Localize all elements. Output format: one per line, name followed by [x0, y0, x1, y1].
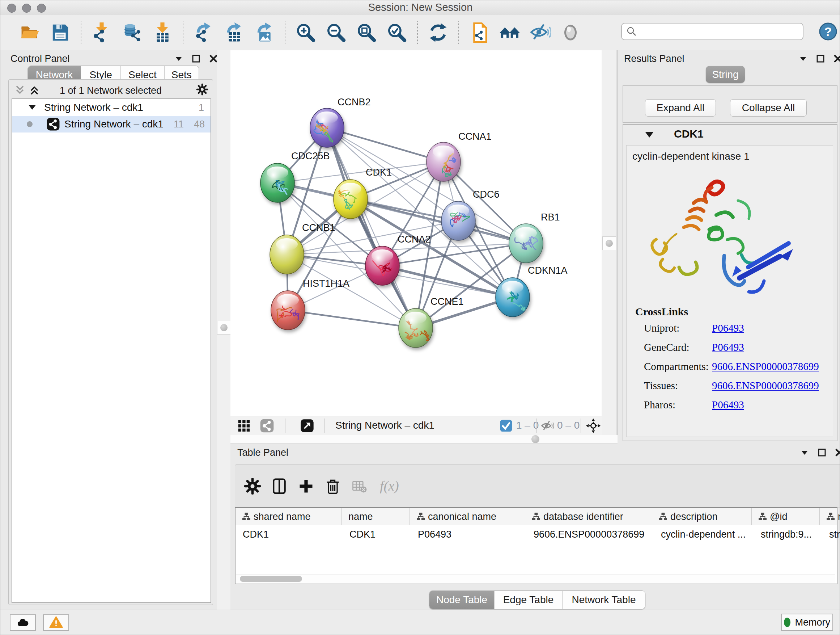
open-session-button[interactable]: [19, 22, 41, 43]
share-document-button[interactable]: [469, 22, 490, 43]
tab-network-table[interactable]: Network Table: [562, 591, 645, 609]
left-splitter-handle[interactable]: [217, 321, 231, 334]
import-table-button[interactable]: [152, 22, 173, 43]
expand-all-button[interactable]: Expand All: [645, 99, 716, 117]
network-options-gear-icon[interactable]: [196, 83, 208, 96]
import-database-button[interactable]: [122, 22, 142, 43]
tab-edge-table[interactable]: Edge Table: [494, 591, 562, 609]
network-node-HIST1H1A[interactable]: [271, 291, 305, 330]
network-collection-row[interactable]: String Network – cdk1 1: [12, 99, 210, 116]
table-settings-button[interactable]: [244, 478, 261, 495]
network-node-CDC6[interactable]: [441, 201, 475, 241]
warning-button[interactable]: [43, 614, 69, 631]
network-canvas[interactable]: CCNB2CCNA1CDC25BCDK1CDC6RB1CCNB1CCNA2CDK…: [231, 50, 602, 416]
edge-CCNB2-CCNA1[interactable]: [327, 128, 444, 162]
show-eye-button[interactable]: [560, 22, 581, 43]
hide-eye-button[interactable]: [530, 22, 551, 43]
horizontal-splitter[interactable]: [231, 435, 617, 443]
tab-node-table[interactable]: Node Table: [429, 591, 494, 609]
help-button[interactable]: ?: [819, 22, 837, 41]
zoom-selected-button[interactable]: [386, 22, 407, 43]
horizontal-splitter-handle[interactable]: [531, 435, 539, 443]
network-node-CCNB2[interactable]: [310, 108, 344, 147]
table-row[interactable]: CDK1CDK1P064939606.ENSP00000378699cyclin…: [235, 525, 837, 543]
refresh-view-button[interactable]: [428, 22, 448, 43]
table-cell[interactable]: CDK1: [235, 525, 342, 543]
birds-eye-view-icon[interactable]: [237, 418, 251, 433]
crosslink-link[interactable]: P06493: [712, 399, 744, 411]
crosslink-link[interactable]: P06493: [712, 322, 744, 334]
gene-collapse-icon[interactable]: [644, 131, 654, 140]
column-header-database-identifier[interactable]: database identifier: [525, 508, 652, 525]
table-cell[interactable]: 9606.ENSP00000378699: [526, 525, 654, 543]
collapse-panel-icon[interactable]: [800, 448, 809, 457]
close-panel-icon[interactable]: [833, 54, 840, 63]
table-horizontal-scrollbar[interactable]: [236, 575, 835, 583]
table-cell[interactable]: CDK1: [342, 525, 411, 543]
zoom-fit-button[interactable]: [356, 22, 377, 43]
export-table-button[interactable]: [224, 22, 245, 43]
pan-crosshair-icon[interactable]: [586, 418, 601, 433]
edge-HIST1H1A-CCNE1[interactable]: [288, 310, 416, 328]
column-header-description[interactable]: description: [652, 508, 752, 525]
edge-CCNB2-CCNE1[interactable]: [327, 128, 416, 328]
gene-section-header[interactable]: CDK1: [623, 125, 837, 144]
float-panel-icon[interactable]: [817, 448, 827, 457]
show-columns-button[interactable]: [271, 478, 288, 495]
float-panel-icon[interactable]: [191, 54, 201, 63]
hidden-eye-icon[interactable]: [540, 418, 554, 433]
close-panel-icon[interactable]: [835, 448, 840, 457]
tree-collapse-icon[interactable]: [27, 102, 38, 113]
table-cell[interactable]: stringdb:9...: [753, 525, 822, 543]
scrollbar-thumb[interactable]: [240, 576, 302, 582]
network-node-CCNA2[interactable]: [365, 246, 399, 285]
network-graph[interactable]: CCNB2CCNA1CDC25BCDK1CDC6RB1CCNB1CCNA2CDK…: [231, 50, 602, 416]
crosslink-link[interactable]: P06493: [712, 341, 744, 353]
memory-button[interactable]: Memory: [781, 614, 833, 631]
table-cell[interactable]: P06493: [411, 525, 526, 543]
tab-string[interactable]: String: [706, 66, 745, 83]
delete-column-button[interactable]: [324, 478, 341, 495]
network-node-CDKN1A[interactable]: [496, 278, 530, 317]
hidden-count: 0 – 0: [557, 420, 579, 431]
network-node-CCNE1[interactable]: [399, 309, 433, 348]
cloud-button[interactable]: [10, 614, 36, 631]
float-panel-icon[interactable]: [816, 54, 825, 63]
crosslink-link[interactable]: 9606.ENSP00000378699: [712, 361, 819, 372]
zoom-out-button[interactable]: [325, 22, 347, 43]
column-header-namespace[interactable]: namespace: [820, 508, 840, 525]
table-cell[interactable]: cyclin-dependent ...: [654, 525, 753, 543]
collapse-panel-icon[interactable]: [798, 54, 808, 63]
import-network-button[interactable]: [91, 22, 112, 43]
column-header--id[interactable]: @id: [752, 508, 820, 525]
crosslink-link[interactable]: 9606.ENSP00000378699: [712, 380, 819, 392]
network-node-CDK1[interactable]: [333, 180, 368, 219]
table-cell[interactable]: stringdb: [822, 525, 840, 543]
export-network-button[interactable]: [193, 22, 214, 43]
column-header-shared-name[interactable]: shared name: [235, 508, 342, 525]
selected-checkbox-icon[interactable]: [500, 419, 513, 432]
home-button[interactable]: [499, 22, 520, 43]
network-node-CDC25B[interactable]: [261, 163, 294, 203]
save-session-button[interactable]: [50, 22, 71, 43]
add-column-button[interactable]: [297, 478, 315, 495]
collapse-panel-icon[interactable]: [174, 54, 183, 63]
search-input[interactable]: [637, 26, 803, 38]
open-view-icon[interactable]: [300, 418, 314, 433]
collapse-all-button[interactable]: Collapse All: [730, 99, 807, 117]
string-view-icon[interactable]: [260, 418, 274, 433]
left-splitter[interactable]: [217, 50, 231, 610]
network-node-CCNA1[interactable]: [426, 142, 461, 181]
export-image-button[interactable]: [254, 22, 275, 43]
hide-eye-icon: [530, 22, 551, 43]
zoom-in-button[interactable]: [295, 22, 316, 43]
network-node-RB1[interactable]: [509, 224, 543, 263]
network-node-CCNB1[interactable]: [270, 235, 304, 274]
column-header-name[interactable]: name: [342, 508, 410, 525]
import-database-icon: [122, 22, 142, 43]
gene-description: cyclin-dependent kinase 1: [632, 150, 750, 162]
right-splitter[interactable]: [602, 50, 617, 435]
column-header-canonical-name[interactable]: canonical name: [410, 508, 525, 525]
right-splitter-handle[interactable]: [602, 236, 616, 250]
network-row[interactable]: String Network – cdk1 11 48: [12, 116, 210, 133]
